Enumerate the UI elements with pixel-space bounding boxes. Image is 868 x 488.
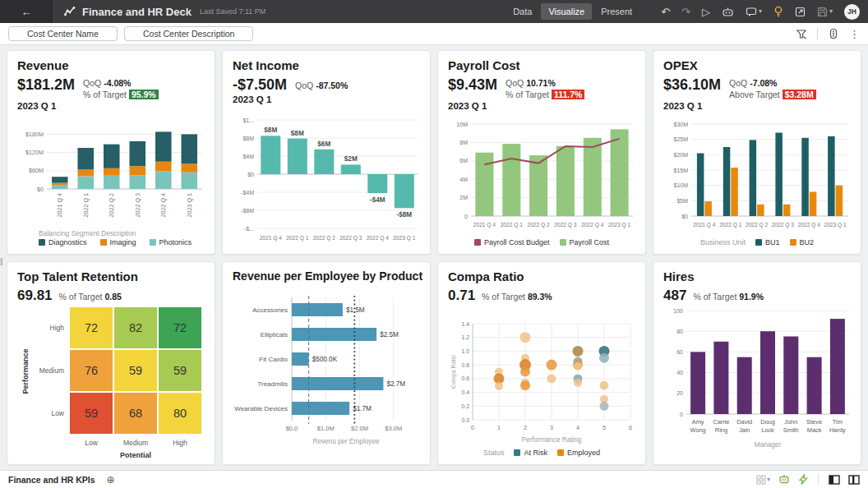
card-compa-ratio[interactable]: Compa Ratio 0.71 % of Target 89.3% 0.00.…	[437, 261, 646, 466]
svg-text:59: 59	[129, 364, 142, 377]
spark-icon[interactable]	[798, 474, 808, 485]
net-income-chart[interactable]: $1...$8M$4M$0-$4M-$8M-$...$8M2021 Q 4$8M…	[233, 112, 420, 246]
back-arrow-icon: ←	[21, 5, 33, 18]
svg-text:6: 6	[629, 424, 632, 431]
payroll-cost-chart[interactable]: 02M4M6M8M10M2021 Q 42022 Q 12022 Q 22022…	[448, 119, 635, 246]
card-net-income[interactable]: Net Income -$7.50M QoQ -87.50% 2023 Q 1 …	[222, 50, 431, 255]
svg-text:$2.5M: $2.5M	[380, 331, 399, 338]
view-grid-icon[interactable]: ▾	[756, 475, 770, 485]
revenue-chart[interactable]: $0$60M$120M$180M2021 Q 42022 Q 12022 Q 2…	[17, 123, 205, 246]
run-icon[interactable]: ▷	[702, 7, 710, 17]
card-payroll-cost[interactable]: Payroll Cost $9.43M QoQ 10.71% % of Targ…	[437, 50, 646, 255]
svg-text:10M: 10M	[456, 121, 468, 127]
svg-text:2021 Q 4: 2021 Q 4	[260, 235, 282, 242]
tab-present[interactable]: Present	[593, 3, 639, 20]
svg-text:0: 0	[680, 411, 683, 417]
svg-text:Mack: Mack	[807, 426, 822, 434]
svg-text:Treadmills: Treadmills	[257, 380, 288, 388]
card-title: Revenue per Employee by Product	[233, 269, 420, 283]
hires-chart[interactable]: 020406080100AmyWongCarrieRingDavidJainDo…	[663, 304, 851, 460]
filter-pill-cost-center-description[interactable]: Cost Center Description	[124, 26, 253, 41]
svg-text:2022 Q 3: 2022 Q 3	[134, 193, 141, 218]
svg-text:-$8M: -$8M	[241, 207, 254, 213]
svg-text:$1...: $1...	[242, 117, 254, 122]
qoq-value: -4.08%	[104, 78, 131, 88]
tab-visualize[interactable]: Visualize	[541, 3, 592, 20]
page-tab-finance-hr-kpis[interactable]: Finance and HR KPIs	[8, 475, 95, 485]
user-avatar[interactable]: JH	[844, 4, 860, 20]
svg-text:$8M: $8M	[291, 129, 304, 136]
revenue-per-employee-chart[interactable]: $0.0$1.0M$2.0M$3.0MAccessories$1.5MEllip…	[233, 292, 420, 457]
kpi-side: % of Target 0.85	[59, 290, 122, 302]
kpi-value: 0.71	[448, 288, 475, 304]
redo-icon[interactable]: ↷	[681, 7, 690, 17]
svg-text:$15M: $15M	[673, 167, 688, 173]
svg-text:80: 80	[173, 407, 187, 420]
save-icon[interactable]: ▾	[817, 7, 833, 17]
svg-text:0.2: 0.2	[462, 403, 470, 409]
opex-chart[interactable]: $0$5M$10M$15M$20M$25M$30M2021 Q 42022 Q …	[663, 119, 851, 246]
svg-text:-$...: -$...	[244, 225, 254, 231]
svg-text:2022 Q 4: 2022 Q 4	[367, 235, 389, 242]
add-page-icon[interactable]: ⊕	[107, 474, 115, 486]
svg-text:Potential: Potential	[120, 451, 151, 459]
card-revenue-per-employee[interactable]: Revenue per Employee by Product $0.0$1.0…	[222, 261, 431, 466]
card-top-talent-retention[interactable]: Top Talent Retention 69.81 % of Target 0…	[7, 261, 215, 466]
kpi-value: $36.10M	[663, 76, 721, 94]
filter-funnel-icon[interactable]	[796, 28, 807, 39]
svg-text:$2M: $2M	[344, 155, 358, 163]
svg-text:Medium: Medium	[39, 366, 64, 375]
card-title: Revenue	[17, 58, 205, 72]
tab-data[interactable]: Data	[506, 3, 539, 20]
svg-text:$2.7M: $2.7M	[386, 380, 405, 388]
svg-text:$1.5M: $1.5M	[346, 306, 365, 314]
data-quality-icon[interactable]	[778, 474, 790, 485]
svg-text:Performance Rating: Performance Rating	[522, 436, 582, 444]
svg-text:68: 68	[129, 407, 142, 420]
qoq-value: 10.71%	[526, 78, 556, 88]
target-badge: $3.28M	[783, 90, 816, 99]
compa-ratio-chart[interactable]: 0.00.20.40.60.81.01.21.40123456Performan…	[448, 320, 635, 457]
back-button[interactable]: ←	[0, 0, 54, 23]
svg-text:2021 Q 4: 2021 Q 4	[473, 222, 496, 228]
card-revenue[interactable]: Revenue $181.2M QoQ -4.08% % of Target 9…	[7, 50, 215, 255]
svg-text:Manager: Manager	[755, 441, 782, 449]
svg-text:1: 1	[497, 424, 501, 431]
comment-icon[interactable]: ▾	[746, 7, 762, 17]
open-in-new-icon[interactable]	[795, 7, 806, 17]
row-drag-handle[interactable]: ||	[0, 257, 2, 265]
svg-text:2022 Q 2: 2022 Q 2	[528, 222, 550, 228]
card-hires[interactable]: Hires 487 % of Target 91.9% 020406080100…	[653, 261, 861, 466]
svg-text:59: 59	[173, 364, 187, 377]
kpi-period: 2023 Q 1	[233, 94, 420, 104]
svg-text:40: 40	[676, 370, 683, 375]
retention-heatmap[interactable]: High728272Medium765959Low596880LowMedium…	[17, 304, 205, 466]
layout-split-panel-icon[interactable]	[848, 475, 860, 485]
card-opex[interactable]: OPEX $36.10M QoQ -7.08% Above Target $3.…	[653, 50, 861, 255]
toolbar-right-actions: ⋮	[796, 28, 860, 40]
svg-text:$2.0M: $2.0M	[351, 425, 368, 432]
svg-text:4M: 4M	[459, 176, 468, 182]
svg-text:Ring: Ring	[715, 426, 727, 434]
svg-text:2022 Q 1: 2022 Q 1	[286, 235, 308, 242]
layout-left-panel-icon[interactable]	[829, 475, 840, 485]
lightbulb-icon[interactable]	[773, 6, 783, 17]
kpi-value: 69.81	[17, 288, 53, 304]
svg-text:5: 5	[603, 424, 606, 431]
undo-icon[interactable]: ↶	[661, 7, 670, 17]
schedule-export-icon[interactable]	[722, 7, 734, 17]
svg-text:1.2: 1.2	[462, 334, 470, 340]
svg-text:2023 Q 1: 2023 Q 1	[608, 222, 630, 228]
kpi-period: 2023 Q 1	[17, 101, 205, 111]
svg-text:$1.0M: $1.0M	[317, 425, 335, 432]
target-value: 0.85	[104, 292, 121, 302]
more-menu-icon[interactable]: ⋮	[849, 28, 860, 40]
svg-text:2022 Q 2: 2022 Q 2	[108, 193, 115, 218]
filter-pill-cost-center-name[interactable]: Cost Center Name	[8, 26, 118, 41]
kpi-period: 2023 Q 1	[663, 101, 851, 111]
card-title: Net Income	[233, 58, 420, 72]
kpi-side: % of Target 89.3%	[482, 290, 552, 302]
element-settings-icon[interactable]	[828, 28, 839, 39]
svg-text:Doug: Doug	[760, 418, 775, 426]
svg-text:2022 Q 2: 2022 Q 2	[746, 222, 768, 228]
